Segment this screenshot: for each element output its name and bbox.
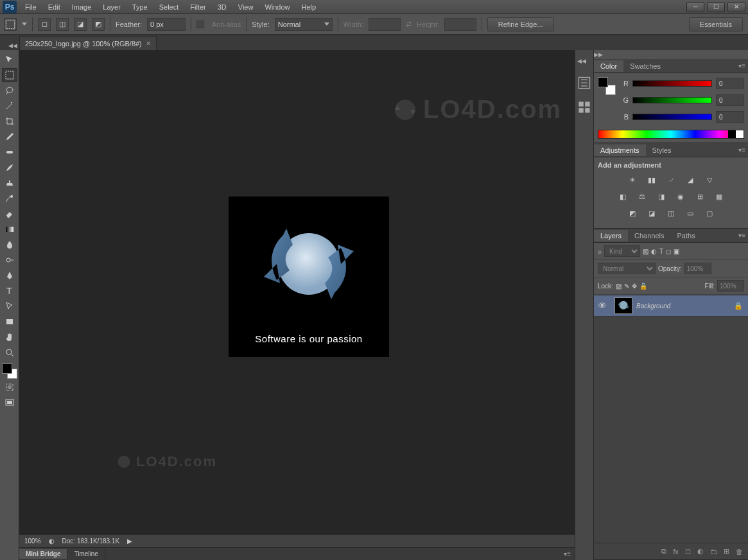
link-layers-icon[interactable]: ⧉ [661, 547, 666, 556]
marquee-tool-icon[interactable] [4, 18, 17, 31]
feather-input[interactable] [147, 18, 186, 31]
filter-shape-icon[interactable]: ◻ [666, 248, 671, 255]
marquee-tool[interactable] [2, 68, 17, 82]
document-tab[interactable]: 250x250_logo.jpg @ 100% (RGB/8#) ✕ [19, 36, 157, 50]
tool-preset-dropdown-icon[interactable] [22, 22, 27, 26]
layer-style-icon[interactable]: fx [673, 548, 679, 556]
black-white-icon[interactable]: ◨ [656, 191, 667, 202]
g-input[interactable] [716, 94, 744, 106]
workspace-button[interactable]: Essentials [689, 17, 743, 31]
exposure-icon[interactable]: ◢ [684, 174, 696, 186]
color-spectrum[interactable] [598, 130, 744, 139]
selection-new-icon[interactable]: ◻ [38, 18, 51, 31]
filter-type-icon[interactable]: T [659, 248, 663, 255]
menu-edit[interactable]: Edit [42, 1, 66, 13]
layer-thumbnail[interactable] [614, 297, 632, 314]
tab-styles[interactable]: Styles [646, 144, 678, 156]
foreground-color[interactable] [2, 363, 12, 374]
color-swatch[interactable] [2, 363, 17, 379]
clone-stamp-tool[interactable] [2, 176, 17, 190]
layer-name[interactable]: Background [636, 302, 734, 310]
filter-adjustment-icon[interactable]: ◐ [651, 248, 657, 255]
layer-visibility-icon[interactable]: 👁 [594, 301, 611, 311]
pen-tool[interactable] [2, 268, 17, 283]
selection-add-icon[interactable]: ◫ [56, 18, 69, 31]
filter-kind-select[interactable]: Kind [604, 245, 640, 257]
quick-mask-tool[interactable] [2, 380, 17, 394]
menu-3d[interactable]: 3D [212, 1, 232, 13]
color-balance-icon[interactable]: ⚖ [636, 191, 648, 202]
layer-row[interactable]: 👁 Background 🔒 [594, 295, 748, 317]
status-doc-icon[interactable]: ◐ [49, 538, 55, 545]
menu-type[interactable]: Type [126, 1, 153, 13]
b-slider[interactable] [632, 114, 712, 120]
menu-help[interactable]: Help [296, 1, 322, 13]
color-panel-menu-icon[interactable]: ▾≡ [738, 62, 745, 69]
selective-color-icon[interactable]: ▢ [704, 207, 715, 219]
properties-panel-icon[interactable] [577, 100, 591, 114]
brush-tool[interactable] [2, 161, 17, 175]
lock-all-icon[interactable]: 🔒 [639, 283, 647, 290]
healing-brush-tool[interactable] [2, 145, 17, 159]
lock-transparent-icon[interactable]: ▨ [616, 283, 622, 290]
menu-layer[interactable]: Layer [97, 1, 126, 13]
color-lookup-icon[interactable]: ▦ [713, 191, 725, 202]
tab-timeline[interactable]: Timeline [67, 549, 105, 559]
gradient-map-icon[interactable]: ▭ [684, 207, 696, 219]
filter-pixel-icon[interactable]: ▨ [643, 248, 648, 255]
path-selection-tool[interactable] [2, 299, 17, 313]
levels-icon[interactable]: ▮▮ [646, 174, 657, 186]
g-slider[interactable] [632, 97, 712, 103]
zoom-level[interactable]: 100% [24, 538, 41, 545]
filter-smart-icon[interactable]: ▣ [674, 248, 679, 255]
tab-color[interactable]: Color [594, 60, 623, 72]
layers-panel-menu-icon[interactable]: ▾≡ [738, 232, 745, 239]
blend-mode-select[interactable]: Normal [598, 263, 656, 274]
menu-view[interactable]: View [232, 1, 259, 13]
invert-icon[interactable]: ◩ [627, 207, 638, 219]
tab-layers[interactable]: Layers [594, 230, 628, 241]
dodge-tool[interactable] [2, 253, 17, 267]
style-select[interactable]: Normal [275, 18, 333, 31]
magic-wand-tool[interactable] [2, 99, 17, 113]
lasso-tool[interactable] [2, 83, 17, 98]
selection-intersect-icon[interactable]: ◩ [92, 18, 105, 31]
photo-filter-icon[interactable]: ◉ [675, 191, 686, 202]
layer-mask-icon[interactable]: ◻ [685, 547, 691, 556]
tab-swatches[interactable]: Swatches [623, 60, 667, 72]
tab-paths[interactable]: Paths [671, 230, 702, 241]
menu-file[interactable]: File [19, 1, 42, 13]
screen-mode-tool[interactable] [2, 396, 17, 410]
panel-color-swatch[interactable] [598, 77, 616, 95]
history-brush-tool[interactable] [2, 191, 17, 206]
status-arrow-icon[interactable]: ▶ [127, 538, 132, 545]
rectangle-tool[interactable] [2, 315, 17, 329]
hue-saturation-icon[interactable]: ◧ [617, 191, 629, 202]
selection-subtract-icon[interactable]: ◪ [74, 18, 87, 31]
threshold-icon[interactable]: ◫ [665, 207, 677, 219]
history-panel-icon[interactable] [577, 76, 591, 90]
gradient-tool[interactable] [2, 222, 17, 236]
crop-tool[interactable] [2, 114, 17, 128]
menu-image[interactable]: Image [66, 1, 98, 13]
collapse-panels-icon[interactable]: ▶▶ [594, 50, 607, 59]
canvas[interactable]: Software is our passion [229, 197, 389, 357]
refine-edge-button[interactable]: Refine Edge... [487, 17, 554, 31]
posterize-icon[interactable]: ◪ [646, 207, 657, 219]
minimize-button[interactable]: ─ [686, 2, 704, 12]
vibrance-icon[interactable]: ▽ [704, 174, 715, 186]
tab-mini-bridge[interactable]: Mini Bridge [19, 549, 67, 559]
new-fill-layer-icon[interactable]: ◐ [697, 547, 704, 556]
eyedropper-tool[interactable] [2, 130, 17, 144]
type-tool[interactable]: T [2, 284, 17, 298]
new-layer-icon[interactable]: ⊞ [724, 547, 729, 556]
r-slider[interactable] [632, 80, 712, 87]
close-tab-icon[interactable]: ✕ [146, 40, 151, 47]
maximize-button[interactable]: ☐ [707, 2, 725, 12]
menu-filter[interactable]: Filter [184, 1, 211, 13]
move-tool[interactable] [2, 53, 17, 67]
expand-panels-icon[interactable]: ◀◀ [575, 57, 588, 66]
brightness-contrast-icon[interactable]: ☀ [627, 174, 638, 186]
menu-select[interactable]: Select [153, 1, 185, 13]
delete-layer-icon[interactable]: 🗑 [736, 548, 743, 556]
